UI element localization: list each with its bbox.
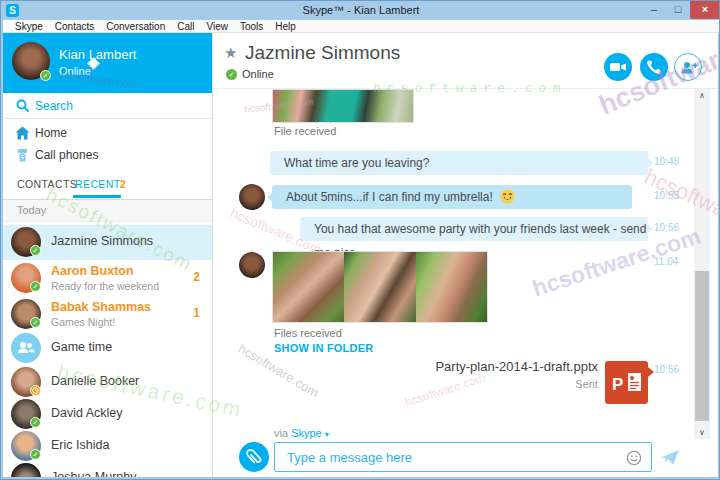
menu-view[interactable]: View [200,20,234,33]
skype-logo-icon: S [6,4,19,17]
scroll-down-arrow[interactable]: ∨ [694,428,710,437]
via-service-row: via Skype ▾ [274,427,329,439]
search-icon [16,99,30,113]
online-status-icon: ✓ [30,245,41,256]
away-status-icon [30,385,41,396]
menu-conversation[interactable]: Conversation [100,20,171,33]
chevron-down-icon[interactable]: ▾ [325,430,329,439]
message-input[interactable] [275,443,651,471]
profile-name: Kian Lambert [59,47,136,62]
received-photo-thumbnail[interactable] [273,252,344,322]
scrollbar-thumb[interactable] [695,271,709,421]
incoming-message-bubble: About 5mins...if I can find my umbrella! [272,185,632,209]
tab-contacts[interactable]: CONTACTS [17,178,77,190]
contact-row-danielle-booker[interactable]: Danielle Booker [3,365,212,400]
message-text: About 5mins...if I can find my umbrella! [286,190,493,204]
unread-badge: 1 [193,306,200,320]
online-status-icon: ✓ [40,70,51,81]
outgoing-message-bubble: You had that awesome party with your fri… [300,217,648,241]
attach-file-button[interactable] [239,442,269,472]
recent-unread-count: 2 [120,178,126,190]
message-timestamp: 10:56 [654,222,679,233]
contact-mood-message: Ready for the weekend [51,280,159,292]
tab-recent[interactable]: RECENT [75,178,121,190]
group-header-label: Today [17,204,46,216]
scroll-up-arrow[interactable]: ∧ [694,91,710,100]
contact-name: Babak Shammas [51,300,151,314]
phone-handset-icon [640,53,668,81]
received-photos-collage[interactable] [272,251,488,323]
contact-name: David Ackley [51,406,123,420]
sent-file-name[interactable]: Party-plan-2014-1-draft.pptx [363,359,598,374]
maximize-button[interactable]: □ [666,1,690,19]
minimize-button[interactable]: – [642,1,666,19]
file-received-label: File received [274,125,336,137]
voice-call-button[interactable] [640,53,668,81]
online-status-icon: ✓ [30,449,41,460]
files-received-label: Files received [274,327,342,339]
group-avatar [11,333,41,363]
bubble-tail [647,224,653,234]
avatar[interactable]: ✓ [12,42,50,80]
contact-row-eric-ishida[interactable]: ✓ Eric Ishida [3,429,212,464]
message-timestamp: 11:04 [654,256,678,267]
menu-skype[interactable]: Skype [9,20,49,33]
contacts-recent-tabs: CONTACTS RECENT 2 [3,169,212,200]
menu-call[interactable]: Call [171,20,200,33]
contact-name: Jazmine Simmons [51,234,153,248]
contact-row-jazmine-simmons[interactable]: ✓ Jazmine Simmons [3,225,212,260]
powerpoint-file-icon[interactable]: P [605,361,648,404]
video-call-button[interactable] [604,53,632,81]
received-photo-thumbnail[interactable] [272,89,414,123]
send-message-icon[interactable] [660,449,680,466]
active-tab-underline [73,195,121,198]
sidebar-item-call-phones[interactable]: Call phones [3,145,212,166]
avatar [11,463,41,477]
contact-mood-message: Games Night! [51,316,115,328]
via-label: via [274,427,288,439]
menu-help[interactable]: Help [269,20,302,33]
message-timestamp: 10:48 [654,156,679,167]
emoticon-picker-icon[interactable] [626,450,642,466]
menu-tools[interactable]: Tools [234,20,269,33]
message-text: What time are you leaving? [284,156,429,170]
bubble-tail [267,192,273,202]
online-status-icon: ✓ [30,281,41,292]
contact-row-aaron-buxton[interactable]: ✓ Aaron Buxton Ready for the weekend 2 [3,261,212,296]
contact-row-game-time[interactable]: Game time [3,331,212,366]
avatar [239,252,265,278]
add-participant-button[interactable] [674,53,702,81]
paperclip-icon [239,442,269,472]
contact-row-david-ackley[interactable]: ✓ David Ackley [3,397,212,432]
titlebar: S Skype™ - Kian Lambert – □ × [1,1,720,20]
search-input[interactable]: Search [3,93,212,119]
sent-file-status: Sent [363,378,598,390]
scrollbar[interactable]: ∧ ∨ [694,89,710,439]
contact-name: Aaron Buxton [51,264,134,278]
home-icon [15,126,30,140]
conversation-status: Online [242,68,274,80]
contact-name: Game time [51,340,112,354]
contact-name: Danielle Booker [51,374,139,388]
online-status-icon: ✓ [30,317,41,328]
favorite-star-icon[interactable]: ★ [224,44,237,62]
show-in-folder-link[interactable]: SHOW IN FOLDER [274,342,373,354]
sidebar-item-home[interactable]: Home [3,123,212,144]
received-photo-thumbnail[interactable] [344,252,415,322]
message-input-wrap [274,442,652,472]
group-header-today: Today [3,200,212,222]
sidebar-item-label: Home [35,126,67,140]
close-button[interactable]: × [690,1,720,19]
laugh-emoji-icon [500,189,515,204]
svg-text:P: P [612,375,623,394]
via-service-link[interactable]: Skype [291,427,322,439]
unread-badge: 2 [193,270,200,284]
conversation-title: Jazmine Simmons [245,42,400,64]
contact-row-babak-shammas[interactable]: ✓ Babak Shammas Games Night! 1 [3,297,212,332]
outgoing-message-bubble: What time are you leaving? [270,151,648,175]
profile-header[interactable]: ✓ Kian Lambert Online [3,33,212,93]
menu-contacts[interactable]: Contacts [49,20,100,33]
window-title: Skype™ - Kian Lambert [121,4,601,16]
contact-row-joshua-murphy[interactable]: ✓ Joshua Murphy [3,461,212,477]
received-photo-thumbnail[interactable] [416,252,487,322]
